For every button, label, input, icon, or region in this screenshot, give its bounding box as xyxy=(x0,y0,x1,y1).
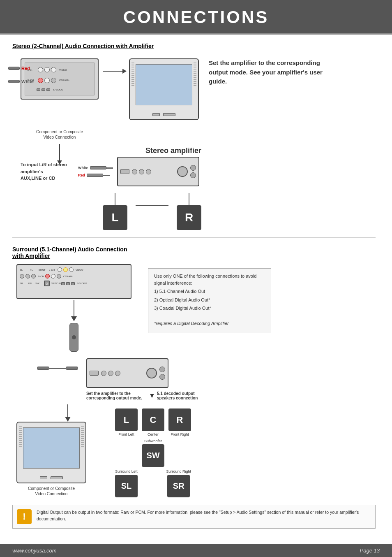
surround-amplifier xyxy=(86,358,168,388)
speaker-surround-right: Surround Right SR xyxy=(166,469,191,497)
stereo-section: Stereo (2-Channel) Audio Connection with… xyxy=(12,43,376,230)
main-content: Stereo (2-Channel) Audio Connection with… xyxy=(0,35,392,537)
speaker-right: R xyxy=(177,205,201,230)
stereo-amp-label: Stereo amplifier xyxy=(145,146,201,155)
stereo-section-title: Stereo (2-Channel) Audio Connection with… xyxy=(12,43,376,49)
optical-cable xyxy=(69,323,78,352)
speaker-left: L xyxy=(103,205,127,230)
surround-tv-device xyxy=(16,422,86,483)
warning-text: Digital Output can be output in two form… xyxy=(37,509,371,522)
input-label: To input L/R of stereo amplifier's AUX,L… xyxy=(21,161,74,182)
footer-url: www.cobyusa.com xyxy=(12,548,57,554)
speaker-front-right: R Front Right xyxy=(168,408,191,436)
footer-page: Page 13 xyxy=(360,548,380,554)
component-video-label: Component or CompositeVideo Connection xyxy=(21,129,99,140)
decoded-arrow: ▼ xyxy=(149,392,155,399)
page-header: CONNECTIONS xyxy=(0,0,392,33)
surround-section: Surround (5.1-Channel) Audio Connection … xyxy=(12,246,376,529)
surround-component-label: Component or CompositeVideo Connection xyxy=(16,486,86,497)
white-label: White xyxy=(21,79,34,84)
stereo-amplifier xyxy=(117,157,199,186)
page-footer: www.cobyusa.com Page 13 xyxy=(0,544,392,557)
speaker-front-left: L Front Left xyxy=(115,408,138,436)
decoded-label1: Set the amplifier to the corresponding o… xyxy=(86,391,142,400)
surround-dvd-player: SL FL SRNT L-CH VIDEO xyxy=(16,264,131,299)
tv-device xyxy=(129,58,199,120)
warning-icon: ! xyxy=(17,509,32,524)
red-label: Red xyxy=(21,66,30,71)
surround-section-title: Surround (5.1-Channel) Audio Connection … xyxy=(12,246,376,259)
page-title: CONNECTIONS xyxy=(0,7,392,27)
info-box: Use only ONE of the following connection… xyxy=(148,268,271,333)
decoded-label2: 5.1 decoded output speakers connection xyxy=(157,391,198,400)
speaker-subwoofer: Subwoofer SW xyxy=(142,439,164,467)
instruction-text: Set the amplifier to the corresponding o… xyxy=(209,58,340,86)
section-divider xyxy=(12,237,376,238)
speaker-center: C Center xyxy=(142,408,164,436)
speaker-surround-left: Surround Left SL xyxy=(115,469,138,497)
warning-box: ! Digital Output can be output in two fo… xyxy=(12,505,376,529)
